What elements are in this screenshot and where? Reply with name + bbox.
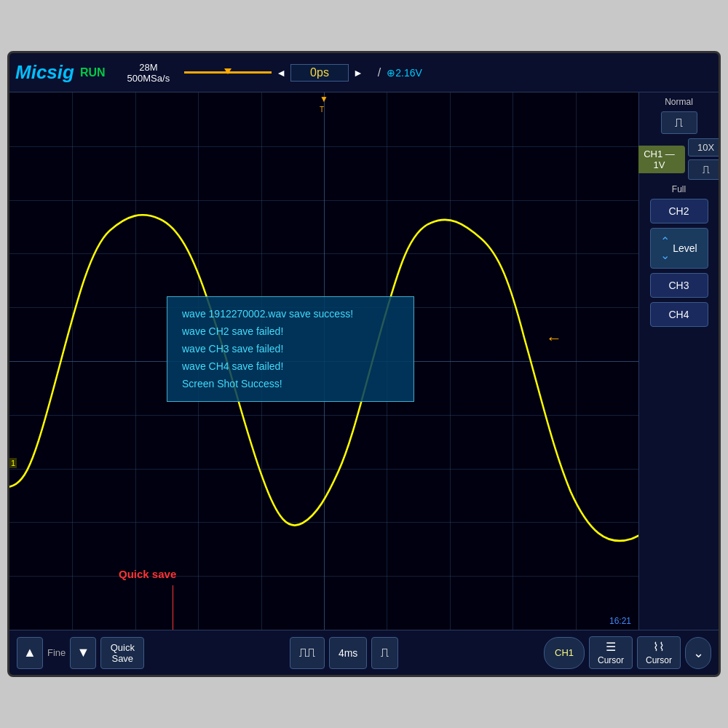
time-scale-button[interactable]: 4ms (329, 637, 367, 669)
full-label: Full (672, 184, 686, 194)
bottom-toolbar: ▲ Fine ▼ QuickSave ⎍⎍ 4ms ⎍ CH1 ☰ Cursor… (9, 630, 719, 675)
time-value: 0ps (310, 66, 329, 79)
level-arrow-indicator: ← (546, 329, 562, 348)
cursor1-button[interactable]: ☰ Cursor (589, 636, 633, 669)
cursor1-label: Cursor (598, 655, 624, 665)
time-navigation: ◄ 0ps ► (184, 64, 363, 82)
cursor2-label: Cursor (646, 655, 672, 665)
save-line4: wave CH4 save failed! (182, 358, 399, 376)
ch1-info: CH1 — 1V (634, 146, 685, 173)
ch3-button[interactable]: CH3 (650, 273, 708, 298)
more-button[interactable]: ⌄ (685, 637, 711, 669)
ch1-label: CH1 (644, 149, 662, 159)
wave-shape2-button[interactable]: ⎍ (371, 637, 398, 669)
ch1-button[interactable]: CH1 — 1V (634, 146, 685, 173)
time-display[interactable]: 0ps (290, 64, 349, 82)
save-line3: wave CH3 save failed! (182, 341, 399, 358)
probe-10x-btn[interactable]: 10X (688, 138, 719, 157)
cursor1-icon: ☰ (606, 640, 616, 654)
save-line2: wave CH2 save failed! (182, 323, 399, 341)
wave-shape1-button[interactable]: ⎍⎍ (290, 637, 325, 669)
down-button[interactable]: ▼ (70, 637, 96, 669)
quick-save-line (173, 585, 173, 630)
header-info: 28M 500MSa/s (127, 62, 170, 84)
cursor2-button[interactable]: ⌇⌇ Cursor (637, 636, 681, 669)
main-area: ▼T 1 ← wave 1912270002.wav save success!… (9, 92, 719, 630)
up-button[interactable]: ▲ (17, 637, 43, 669)
save-dialog-text: wave 1912270002.wav save success! wave C… (182, 306, 399, 392)
ch2-button[interactable]: CH2 (650, 199, 708, 223)
ch1-marker: 1 (9, 458, 17, 468)
ch1-block: CH1 — 1V 10X ⎍ (634, 138, 719, 180)
sample-rate: 500MSa/s (127, 73, 170, 84)
ch1-voltage: 1V (654, 159, 665, 170)
device-frame: Micsig RUN 28M 500MSa/s ◄ 0ps ► / ⊕2.16V (7, 51, 721, 677)
save-line1: wave 1912270002.wav save success! (182, 306, 399, 323)
level-chevron-icon: ⌃⌄ (660, 234, 670, 262)
right-sidebar: Normal ⎍ CH1 — 1V 10X ⎍ Full CH2 (638, 92, 719, 630)
trigger-voltage: ⊕2.16V (387, 67, 422, 79)
level-button[interactable]: ⌃⌄ Level (650, 228, 708, 269)
probe-full: 10X ⎍ (688, 138, 719, 180)
mem-depth: 28M (139, 62, 157, 73)
brand-logo: Micsig (15, 61, 74, 84)
nav-bar-indicator (224, 68, 232, 74)
fine-label: Fine (47, 647, 66, 658)
trigger-falling-btn[interactable]: ⎍ (688, 159, 719, 180)
quick-save-button[interactable]: QuickSave (100, 637, 144, 669)
trigger-rising-btn[interactable]: ⎍ (661, 111, 697, 134)
save-line5: Screen Shot Success! (182, 376, 399, 393)
cursor2-icon: ⌇⌇ (653, 640, 665, 654)
run-status: RUN (80, 66, 106, 79)
save-dialog: wave 1912270002.wav save success! wave C… (167, 296, 414, 402)
left-arrow[interactable]: ◄ (276, 67, 286, 79)
right-arrow[interactable]: ► (353, 67, 363, 79)
nav-bar (184, 71, 272, 74)
trigger-mode-label: Normal (665, 97, 693, 107)
divider: / (378, 66, 381, 79)
trigger-wave-buttons: ⎍ (661, 111, 697, 134)
level-label: Level (673, 242, 697, 254)
quick-save-label-text: Quick save (119, 568, 176, 580)
ch1-circle-button[interactable]: CH1 (544, 637, 585, 669)
ch4-button[interactable]: CH4 (650, 302, 708, 327)
scope-screen: ▼T 1 ← wave 1912270002.wav save success!… (9, 92, 638, 630)
quick-save-annotation: Quick save (119, 568, 176, 580)
nav-bar-container (184, 71, 272, 74)
time-overlay: 16:21 (609, 616, 631, 626)
ch1-dash: — (662, 149, 675, 159)
header-bar: Micsig RUN 28M 500MSa/s ◄ 0ps ► / ⊕2.16V (9, 53, 719, 92)
